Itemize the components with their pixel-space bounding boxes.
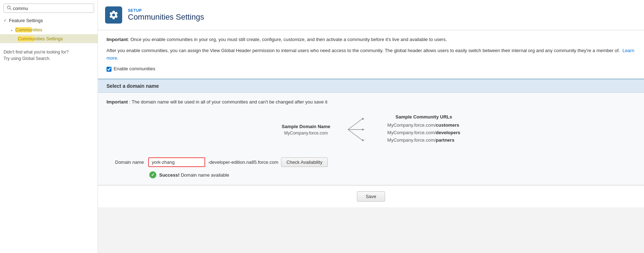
sample-domain-box: Sample Domain Name MyCompany.force.com — [282, 124, 331, 136]
domain-section: Select a domain name Important : The dom… — [98, 80, 644, 185]
success-bold: Success! — [159, 172, 180, 178]
domain-important: Important : The domain name will be used… — [107, 99, 635, 105]
search-icon — [7, 5, 11, 11]
sample-diagram: Sample Domain Name MyCompany.force.com — [107, 112, 635, 147]
info-section: Important: Once you enable communities i… — [98, 30, 644, 80]
sample-url3-base: MyCompany.force.com/ — [387, 137, 436, 143]
communities-label: Communities — [15, 27, 42, 32]
arrows-diagram — [344, 112, 373, 147]
sample-url2-bold: developers — [436, 130, 461, 135]
success-message: Domain name available — [181, 172, 229, 178]
feature-settings-label: Feature Settings — [9, 18, 43, 23]
chevron-down-icon: ⌄ — [10, 27, 13, 32]
svg-line-4 — [348, 130, 362, 140]
success-row: ✓ Success! Domain name available — [107, 171, 635, 178]
sample-url2-base: MyCompany.force.com/ — [387, 130, 436, 135]
sample-url3-bold: partners — [436, 137, 455, 143]
nav-communities-settings[interactable]: Communities Settings — [0, 34, 98, 43]
info-line2-text: After you enable communities, you can as… — [107, 48, 620, 53]
svg-marker-5 — [362, 118, 364, 120]
sample-url-1: MyCompany.force.com/customers — [387, 122, 460, 128]
sample-urls-title: Sample Community URLs — [387, 114, 460, 120]
sample-domain-value: MyCompany.force.com — [282, 131, 331, 136]
page-header: SETUP Communities Settings — [98, 0, 644, 30]
domain-suffix: -developer-edition.na85.force.com — [208, 160, 278, 165]
gear-icon — [109, 10, 119, 20]
sample-domain-label: Sample Domain Name — [282, 124, 331, 129]
search-input[interactable] — [13, 6, 91, 11]
not-found-line2: Try using Global Search. — [4, 55, 94, 62]
search-box[interactable] — [4, 4, 94, 13]
info-line1: Important: Once you enable communities i… — [107, 36, 635, 44]
save-button[interactable]: Save — [357, 191, 385, 202]
not-found-line1: Didn't find what you're looking for? — [4, 49, 94, 55]
success-icon: ✓ — [149, 171, 156, 178]
page-title: Communities Settings — [128, 12, 204, 22]
domain-important-label: Important — [107, 99, 128, 105]
enable-communities-checkbox[interactable] — [107, 67, 111, 72]
nav-communities[interactable]: ⌄ Communities — [0, 25, 98, 34]
content-area: Important: Once you enable communities i… — [98, 30, 644, 207]
check-availability-button[interactable]: Check Availability — [281, 157, 328, 167]
enable-communities-row: Enable communities — [107, 65, 635, 73]
page-icon — [105, 6, 122, 24]
sample-url1-bold: customers — [436, 122, 459, 128]
setup-label: SETUP — [128, 8, 204, 12]
domain-name-input[interactable] — [148, 157, 205, 167]
domain-name-label: Domain name — [115, 160, 144, 165]
chevron-down-icon: ✓ — [4, 18, 7, 23]
domain-body: Important : The domain name will be used… — [98, 93, 644, 185]
nav-feature-settings[interactable]: ✓ Feature Settings — [0, 16, 98, 25]
sample-urls-box: Sample Community URLs MyCompany.force.co… — [387, 114, 460, 145]
domain-important-text: : The domain name will be used in all of… — [129, 99, 328, 105]
info-line2: After you enable communities, you can as… — [107, 47, 635, 62]
success-text: Success! Domain name available — [159, 172, 229, 178]
save-section: Save — [98, 185, 644, 207]
svg-line-1 — [10, 9, 11, 10]
sample-url1-base: MyCompany.force.com/ — [387, 122, 436, 128]
sample-url-3: MyCompany.force.com/partners — [387, 137, 460, 143]
svg-marker-6 — [362, 128, 364, 131]
enable-communities-label[interactable]: Enable communities — [114, 65, 155, 73]
svg-line-2 — [348, 119, 362, 130]
domain-section-header: Select a domain name — [98, 80, 644, 93]
domain-input-row: Domain name -developer-edition.na85.forc… — [107, 157, 635, 167]
main-content: SETUP Communities Settings Important: On… — [98, 0, 644, 253]
svg-marker-7 — [362, 139, 364, 141]
sample-url-2: MyCompany.force.com/developers — [387, 130, 460, 135]
page-header-text: SETUP Communities Settings — [128, 8, 204, 22]
not-found-message: Didn't find what you're looking for? Try… — [0, 43, 98, 67]
sidebar: ✓ Feature Settings ⌄ Communities Communi… — [0, 0, 98, 253]
info-line1-text: Once you enable communities in your org,… — [130, 37, 447, 42]
communities-settings-label: Communities Settings — [18, 36, 63, 41]
important-label: Important — [107, 37, 128, 42]
